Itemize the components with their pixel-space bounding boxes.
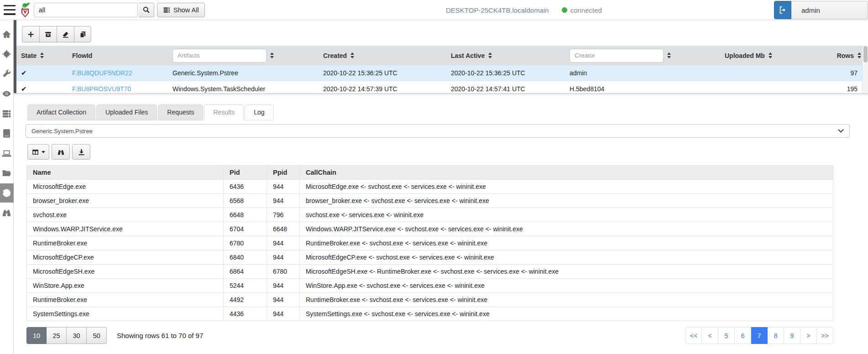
flows-table: State FlowId Created Last Active Uploade… (16, 46, 862, 93)
result-row: WinStore.App.exe5244944WinStore.App.exe … (27, 279, 833, 293)
sidebar-item-server-artifacts[interactable] (0, 104, 14, 123)
delete-collection-button[interactable] (57, 26, 74, 42)
flow-state-cell: ✔ (16, 85, 68, 93)
flows-scrollbar-thumb[interactable] (863, 46, 868, 62)
result-row: svchost.exe6648796svchost.exe <- service… (27, 208, 833, 222)
result-ppid-cell: 6780 (267, 265, 299, 279)
table-columns-icon (31, 148, 39, 156)
result-row: MicrosoftEdge.exe6436944MicrosoftEdge.ex… (27, 180, 833, 194)
sidebar-item-home[interactable] (0, 25, 14, 44)
artifact-selector[interactable]: Generic.System.Pstree (26, 124, 850, 138)
tab-uploaded-files[interactable]: Uploaded Files (96, 104, 157, 120)
sidebar-nav (0, 20, 14, 354)
notebook-icon (2, 129, 11, 138)
col-rows: Rows (837, 52, 854, 59)
user-menu-button[interactable]: admin (791, 1, 868, 19)
detail-tabs: Artifact CollectionUploaded FilesRequest… (27, 104, 868, 120)
result-callchain-cell: Windows.WARP.JITService.exe <- svchost.e… (299, 222, 833, 236)
new-collection-button[interactable] (22, 26, 39, 42)
tab-artifact-collection[interactable]: Artifact Collection (27, 104, 95, 120)
flows-scrollbar[interactable] (862, 46, 868, 93)
flow-row[interactable]: ✔F.BU8QDUF5NDR22Generic.System.Pstree202… (16, 65, 862, 81)
tab-requests[interactable]: Requests (158, 104, 203, 120)
result-callchain-cell: MicrosoftEdgeCP.exe <- svchost.exe <- se… (299, 250, 833, 265)
result-name-cell: MicrosoftEdgeSH.exe (27, 265, 223, 279)
flow-last-active-cell: 2020-10-22 14:57:41 UTC (446, 85, 565, 93)
flow-id-link[interactable]: F.BU8PROSVU9T70 (72, 85, 131, 93)
copy-icon (79, 31, 87, 38)
page-size-50[interactable]: 50 (87, 327, 107, 344)
sort-creator[interactable] (667, 52, 671, 58)
page-5[interactable]: 5 (718, 327, 735, 344)
result-ppid-cell: 944 (267, 293, 299, 307)
page-size-10[interactable]: 10 (26, 327, 47, 344)
page-7[interactable]: 7 (751, 327, 768, 344)
page-size-group: 10253050 (26, 327, 107, 344)
sidebar-item-server-events[interactable] (0, 84, 14, 104)
result-pid-cell: 4492 (223, 293, 267, 307)
sort-created[interactable] (350, 52, 354, 58)
result-pid-cell: 6840 (223, 250, 267, 265)
sidebar-item-collected-artifacts[interactable] (0, 183, 14, 203)
col-flowid: FlowId (72, 52, 92, 59)
flow-id-link[interactable]: F.BU8QDUF5NDR22 (72, 69, 132, 77)
flow-last-active-cell: 2020-10-22 15:36:25 UTC (446, 69, 565, 77)
result-callchain-cell: svchost.exe <- services.exe <- wininit.e… (299, 208, 833, 222)
column-picker-button[interactable] (27, 144, 49, 160)
result-name-cell: browser_broker.exe (27, 194, 223, 208)
sidebar-item-notebooks[interactable] (0, 124, 14, 143)
flow-artifacts-cell: Windows.System.TaskScheduler (168, 85, 319, 93)
page-6[interactable]: 6 (735, 327, 751, 344)
binoculars-icon (57, 148, 65, 156)
flows-toolbar (22, 26, 91, 42)
page-9[interactable]: 9 (784, 327, 800, 344)
sort-artifacts[interactable] (270, 52, 274, 58)
sort-uploaded-mb[interactable] (769, 52, 772, 58)
sidebar-item-artifacts[interactable] (0, 64, 14, 83)
creator-filter-input[interactable] (570, 49, 664, 62)
artifacts-filter-input[interactable] (173, 49, 267, 62)
show-all-button[interactable]: Show All (157, 3, 205, 17)
tab-results[interactable]: Results (204, 104, 244, 120)
result-pid-cell: 6704 (223, 222, 267, 236)
caret-down-icon (42, 151, 45, 153)
hamburger-menu-icon[interactable] (4, 5, 16, 15)
last-page[interactable]: >> (817, 327, 833, 344)
filter-rows-button[interactable] (52, 144, 70, 160)
home-icon (2, 30, 11, 39)
sort-last-active[interactable] (488, 52, 492, 58)
section-divider (14, 20, 16, 93)
server-icon (2, 109, 11, 119)
result-pid-cell: 6648 (223, 208, 267, 222)
sidebar-item-hunts[interactable] (0, 45, 14, 64)
copy-collection-button[interactable] (74, 26, 91, 42)
eye-icon (2, 89, 11, 99)
download-button[interactable] (72, 144, 90, 160)
result-name-cell: svchost.exe (27, 208, 223, 222)
result-name-cell: MicrosoftEdge.exe (27, 180, 223, 194)
first-page[interactable]: << (685, 327, 702, 344)
page-size-25[interactable]: 25 (47, 327, 67, 344)
sidebar-item-host-info[interactable] (0, 144, 14, 163)
tab-log[interactable]: Log (245, 104, 273, 120)
result-name-cell: RuntimeBroker.exe (27, 293, 223, 307)
sidebar-item-client-events[interactable] (0, 203, 14, 223)
archive-collection-button[interactable] (39, 26, 57, 42)
search-button[interactable] (139, 3, 154, 17)
page-selector: <<<56789>>> (685, 327, 833, 344)
sort-state[interactable] (40, 52, 44, 58)
flow-row[interactable]: ✔F.BU8PROSVU9T70Windows.System.TaskSched… (16, 81, 862, 93)
flow-state-cell: ✔ (16, 69, 68, 77)
flow-artifacts-cell: Generic.System.Pstree (168, 69, 319, 77)
page-size-30[interactable]: 30 (67, 327, 87, 344)
sort-rows[interactable] (858, 52, 861, 58)
page-8[interactable]: 8 (768, 327, 784, 344)
logout-button[interactable] (774, 1, 791, 19)
prev-page[interactable]: < (702, 327, 718, 344)
search-input[interactable] (34, 3, 138, 17)
sidebar-item-vfs[interactable] (0, 164, 14, 183)
chevron-down-icon (838, 127, 844, 133)
next-page[interactable]: > (800, 327, 817, 344)
result-callchain-cell: MicrosoftEdgeSH.exe <- RuntimeBroker.exe… (299, 265, 833, 279)
col-created: Created (323, 52, 347, 59)
